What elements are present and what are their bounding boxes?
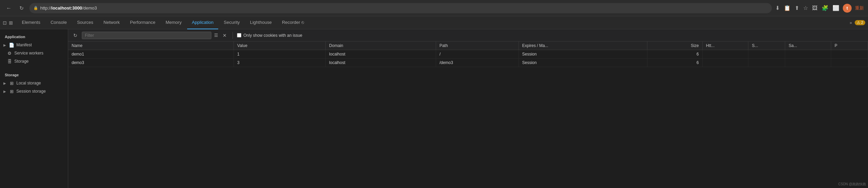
table-header-row: Name Value Domain Path Expires / Ma... S… xyxy=(68,42,868,50)
devtools-icons: ⊡ ⊞ xyxy=(3,20,13,26)
tab-performance[interactable]: Performance xyxy=(125,16,160,29)
col-header-path: Path xyxy=(436,42,519,50)
col-header-value: Value xyxy=(234,42,326,50)
devtools-tab-bar: ⊡ ⊞ Elements Console Sources Network Per… xyxy=(0,16,868,29)
arrow-icon: ▶ xyxy=(3,81,7,85)
cell-p xyxy=(831,59,868,67)
cell-expires: Session xyxy=(519,50,647,59)
warning-badge: ⚠ 2 xyxy=(855,20,865,25)
tab-lighthouse[interactable]: Lighthouse xyxy=(245,16,276,29)
sidebar-item-label: Local storage xyxy=(16,81,41,85)
url-bar[interactable]: 🔒 http://localhost:3000/demo3 xyxy=(29,3,772,13)
table-row[interactable]: demo1 1 localhost / Session 6 xyxy=(68,50,868,59)
cell-name: demo3 xyxy=(68,59,234,67)
share-icon[interactable]: ⬆ xyxy=(795,5,799,11)
cell-size: 6 xyxy=(647,59,702,67)
back-button[interactable]: ← xyxy=(4,3,14,13)
extensions-icon[interactable]: 🧩 xyxy=(822,5,828,11)
tab-recorder[interactable]: Recorder ⎋ xyxy=(277,16,309,29)
col-header-s: S... xyxy=(748,42,785,50)
url-text: http://localhost:3000/demo3 xyxy=(40,5,97,11)
sidebar-item-local-storage[interactable]: ▶ ⊞ Local storage xyxy=(0,79,68,87)
sidebar-app-title: Application xyxy=(0,33,68,41)
filter-input[interactable] xyxy=(82,32,211,39)
arrow-icon: ▶ xyxy=(3,43,7,47)
refresh-button[interactable]: ↻ xyxy=(72,32,79,39)
sidebar-item-label: Manifest xyxy=(16,43,32,47)
cell-name: demo1 xyxy=(68,50,234,59)
cell-htt xyxy=(702,59,748,67)
cookies-table: Name Value Domain Path Expires / Ma... S… xyxy=(68,42,868,188)
screenshot-icon[interactable]: 📋 xyxy=(784,5,791,11)
col-header-htt: Htt... xyxy=(702,42,748,50)
cell-value: 1 xyxy=(234,50,326,59)
manifest-icon: 📄 xyxy=(9,43,14,48)
col-header-size: Size xyxy=(647,42,702,50)
cell-s xyxy=(748,50,785,59)
sidebar-item-label: Service workers xyxy=(14,51,43,56)
cell-size: 6 xyxy=(647,50,702,59)
sidebar-item-label: Storage xyxy=(14,59,29,64)
cell-htt xyxy=(702,50,748,59)
sidebar-item-label: Session storage xyxy=(16,89,46,94)
panel-toolbar: ↻ ☰ ✕ Only show cookies with an issue xyxy=(68,29,868,42)
col-header-domain: Domain xyxy=(326,42,436,50)
tab-application[interactable]: Application xyxy=(187,16,219,29)
profile-icon[interactable]: 🖼 xyxy=(812,5,818,11)
session-storage-icon: ⊞ xyxy=(9,89,14,94)
tab-elements[interactable]: Elements xyxy=(17,16,45,29)
sidebar-item-service-workers[interactable]: ⚙ Service workers xyxy=(0,49,68,57)
cell-s xyxy=(748,59,785,67)
cell-value: 3 xyxy=(234,59,326,67)
cell-p xyxy=(831,50,868,59)
arrow-icon: ▶ xyxy=(3,90,7,93)
main-panel: ↻ ☰ ✕ Only show cookies with an issue Na… xyxy=(68,29,868,188)
inspect-icon[interactable]: ⊡ xyxy=(3,20,7,26)
col-header-p: P xyxy=(831,42,868,50)
col-header-expires: Expires / Ma... xyxy=(519,42,647,50)
tab-console[interactable]: Console xyxy=(46,16,72,29)
tab-network[interactable]: Network xyxy=(99,16,125,29)
cell-domain: localhost xyxy=(326,50,436,59)
tab-sources[interactable]: Sources xyxy=(72,16,98,29)
cell-expires: Session xyxy=(519,59,647,67)
browser-bar: ← ↻ 🔒 http://localhost:3000/demo3 ⬇ 📋 ⬆ … xyxy=(0,0,868,16)
table-row[interactable]: demo3 3 localhost /demo3 Session 6 xyxy=(68,59,868,67)
device-icon[interactable]: ⊞ xyxy=(9,20,13,26)
show-issues-label: Only show cookies with an issue xyxy=(243,33,302,38)
reload-label[interactable]: 重新 xyxy=(855,5,864,11)
download-icon[interactable]: ⬇ xyxy=(775,5,780,11)
sidebar-item-storage[interactable]: 🗄 Storage xyxy=(0,57,68,65)
sidebar-item-manifest[interactable]: ▶ 📄 Manifest xyxy=(0,41,68,49)
avatar[interactable]: t xyxy=(843,4,852,13)
window-icon[interactable]: ⬜ xyxy=(833,5,839,11)
show-issues-checkbox[interactable] xyxy=(237,33,241,37)
cell-path: / xyxy=(436,50,519,59)
cell-sa xyxy=(785,50,831,59)
cell-domain: localhost xyxy=(326,59,436,67)
bookmark-icon[interactable]: ☆ xyxy=(803,5,808,11)
secure-icon: 🔒 xyxy=(33,6,38,10)
devtools-body: Application ▶ 📄 Manifest ⚙ Service worke… xyxy=(0,29,868,188)
show-issues-checkbox-label[interactable]: Only show cookies with an issue xyxy=(237,33,302,38)
sidebar-item-session-storage[interactable]: ▶ ⊞ Session storage xyxy=(0,87,68,95)
devtools-more: » ⚠ 2 xyxy=(850,20,865,25)
reload-button[interactable]: ↻ xyxy=(17,4,26,13)
more-tabs-button[interactable]: » xyxy=(850,20,852,25)
cell-path: /demo3 xyxy=(436,59,519,67)
filter-options-button[interactable]: ☰ xyxy=(214,33,218,38)
clear-button[interactable]: ✕ xyxy=(221,32,228,39)
cell-sa xyxy=(785,59,831,67)
tab-memory[interactable]: Memory xyxy=(161,16,186,29)
watermark: CSDN @跑跑快跑 xyxy=(838,182,866,187)
col-header-name: Name xyxy=(68,42,234,50)
storage-icon: 🗄 xyxy=(7,59,12,64)
col-header-sa: Sa... xyxy=(785,42,831,50)
sidebar: Application ▶ 📄 Manifest ⚙ Service worke… xyxy=(0,29,68,188)
devtools: ⊡ ⊞ Elements Console Sources Network Per… xyxy=(0,16,868,188)
tab-security[interactable]: Security xyxy=(219,16,244,29)
service-workers-icon: ⚙ xyxy=(7,51,12,56)
sidebar-storage-title: Storage xyxy=(0,71,68,79)
local-storage-icon: ⊞ xyxy=(9,81,14,86)
browser-actions: ⬇ 📋 ⬆ ☆ 🖼 🧩 ⬜ xyxy=(775,5,839,11)
